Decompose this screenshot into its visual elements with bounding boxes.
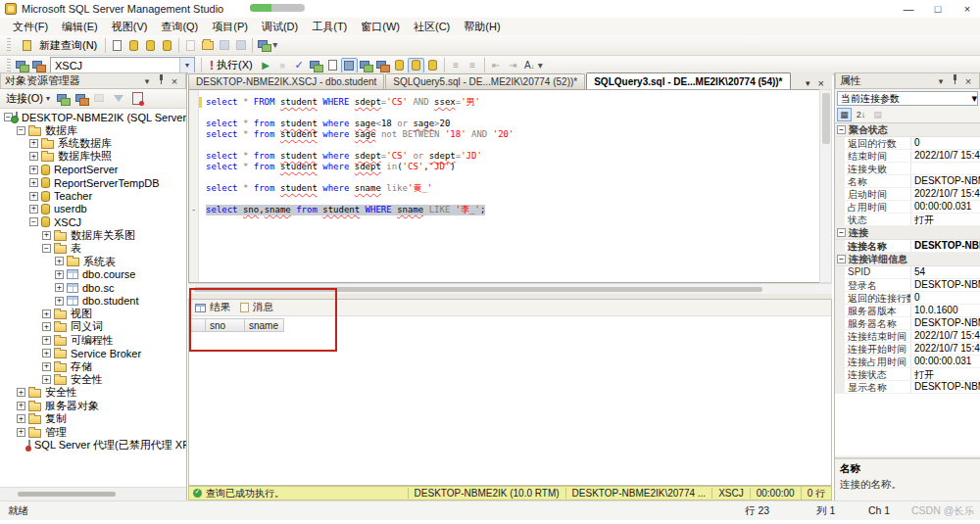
expander-icon[interactable]: + bbox=[42, 362, 51, 371]
property-row[interactable]: 连接状态打开 bbox=[835, 368, 980, 381]
tree-item[interactable]: +Teacher bbox=[0, 189, 186, 202]
expander-icon[interactable]: + bbox=[17, 388, 25, 397]
tree-item[interactable]: +安全性 bbox=[0, 373, 186, 386]
available-databases-combo[interactable]: XSCJ ▾ bbox=[50, 57, 195, 73]
close-document-icon[interactable]: × bbox=[818, 77, 824, 89]
results-column-header[interactable]: sno bbox=[206, 318, 245, 332]
intellisense-icon[interactable]: A↓ bbox=[521, 58, 538, 73]
property-row[interactable]: 服务器名称DESKTOP-NBME2IK bbox=[835, 317, 980, 330]
results-to-file-icon[interactable] bbox=[424, 58, 441, 73]
change-connection-icon[interactable] bbox=[30, 58, 47, 73]
uncomment-lines-icon[interactable]: ≡ bbox=[465, 58, 481, 73]
comment-lines-icon[interactable]: ≡ bbox=[448, 58, 465, 73]
expander-icon[interactable]: + bbox=[29, 152, 38, 161]
filter-icon[interactable] bbox=[111, 91, 127, 107]
property-row[interactable]: 显示名称DESKTOP-NBME2IK bbox=[835, 381, 980, 394]
property-row[interactable]: 服务器版本10.0.1600 bbox=[835, 305, 980, 317]
menu-item[interactable]: 查询(Q) bbox=[154, 18, 205, 35]
expander-icon[interactable]: − bbox=[17, 126, 25, 135]
expander-icon[interactable]: + bbox=[29, 166, 38, 174]
stop-icon[interactable] bbox=[92, 91, 109, 107]
expander-icon[interactable]: + bbox=[55, 270, 64, 279]
increase-indent-icon[interactable]: ⇥ bbox=[505, 58, 521, 73]
expander-icon[interactable]: + bbox=[29, 192, 38, 201]
scrollbar-thumb[interactable] bbox=[194, 287, 762, 292]
tree-item[interactable]: +ReportServerTempDB bbox=[0, 176, 186, 189]
alphabetical-sort-icon[interactable]: 2↓ bbox=[854, 108, 868, 121]
property-row[interactable]: 返回的行数0 bbox=[835, 137, 980, 150]
expander-icon[interactable]: + bbox=[42, 375, 51, 384]
expander-icon[interactable]: + bbox=[55, 283, 64, 292]
menu-item[interactable]: 工具(T) bbox=[305, 18, 354, 35]
collapse-icon[interactable]: − bbox=[837, 125, 846, 134]
expander-icon[interactable]: + bbox=[42, 310, 51, 318]
property-row[interactable]: 状态打开 bbox=[835, 214, 980, 226]
tree-item[interactable]: +dbo.sc bbox=[0, 281, 186, 294]
new-query-button[interactable]: 新建查询(N) bbox=[14, 36, 102, 54]
tree-item[interactable]: +数据库关系图 bbox=[0, 229, 186, 242]
database-engine-query-icon[interactable] bbox=[109, 37, 125, 53]
tree-item[interactable]: −DESKTOP-NBME2IK (SQL Server 10.0.160 bbox=[0, 111, 186, 123]
expander-icon[interactable]: + bbox=[17, 428, 25, 437]
property-pages-icon[interactable]: ▤ bbox=[870, 108, 885, 121]
panel-dropdown-icon[interactable]: ▾ bbox=[934, 76, 948, 86]
expander-icon[interactable]: + bbox=[17, 402, 25, 410]
sql-editor[interactable]: select * FROM student WHERE sdept='CS' A… bbox=[188, 89, 832, 283]
menu-item[interactable]: 文件(F) bbox=[6, 18, 55, 35]
property-row[interactable]: 启动时间2022/10/7 15:43:08 bbox=[835, 188, 980, 201]
property-row[interactable]: 登录名DESKTOP-NBME2IK bbox=[835, 279, 980, 292]
properties-object-combo[interactable]: 当前连接参数 ▾ bbox=[837, 91, 978, 106]
expander-icon[interactable]: + bbox=[42, 231, 51, 240]
toolbar-overflow-icon[interactable]: ▾ bbox=[272, 40, 277, 50]
maximize-button[interactable]: □ bbox=[931, 3, 945, 15]
tree-item[interactable]: −表 bbox=[0, 242, 186, 255]
expander-icon[interactable]: + bbox=[29, 178, 38, 187]
panel-close-icon[interactable]: × bbox=[168, 75, 181, 87]
activity-monitor-icon[interactable] bbox=[256, 37, 272, 53]
open-file-icon[interactable] bbox=[199, 37, 216, 53]
property-row[interactable]: 名称DESKTOP-NBME2IK bbox=[835, 175, 980, 188]
expander-icon[interactable]: + bbox=[17, 414, 25, 423]
results-column-header[interactable]: sname bbox=[245, 318, 284, 332]
tree-item[interactable]: +数据库快照 bbox=[0, 150, 186, 163]
messages-tab[interactable]: 消息 bbox=[240, 301, 273, 314]
cancel-query-icon[interactable]: ■ bbox=[274, 58, 291, 73]
tree-item[interactable]: +可编程性 bbox=[0, 334, 186, 347]
expander-icon[interactable]: + bbox=[55, 257, 64, 265]
expander-icon[interactable]: − bbox=[42, 244, 51, 253]
analysis-services-xmla-query-icon[interactable] bbox=[159, 37, 175, 53]
minimize-button[interactable]: — bbox=[902, 3, 915, 15]
document-tab[interactable]: SQLQuery3.sql - DE...ME2IK\20774 (54))* bbox=[586, 72, 790, 89]
tree-item[interactable]: +系统表 bbox=[0, 255, 186, 267]
specify-template-values-icon[interactable] bbox=[341, 58, 358, 73]
tree-item[interactable]: +userdb bbox=[0, 203, 186, 215]
menu-item[interactable]: 帮助(H) bbox=[457, 18, 507, 35]
expander-icon[interactable]: + bbox=[55, 297, 64, 306]
panel-dropdown-icon[interactable]: ▾ bbox=[140, 76, 154, 86]
property-row[interactable]: 连接结束时间2022/10/7 15:43:08 bbox=[835, 330, 980, 343]
menu-item[interactable]: 编辑(E) bbox=[55, 18, 105, 35]
disconnect-icon[interactable] bbox=[74, 91, 90, 107]
tree-item[interactable]: +视图 bbox=[0, 308, 186, 320]
tree-item[interactable]: +安全性 bbox=[0, 386, 186, 399]
toolbar-overflow-icon[interactable]: ▾ bbox=[538, 61, 543, 71]
menu-item[interactable]: 调试(D) bbox=[255, 18, 305, 35]
display-estimated-plan-icon[interactable] bbox=[308, 58, 324, 73]
property-row[interactable]: 连接失败 bbox=[835, 163, 980, 175]
tree-item[interactable]: +复制 bbox=[0, 412, 186, 425]
editor-vscrollbar[interactable] bbox=[819, 89, 832, 283]
tree-item[interactable]: SQL Server 代理(已禁用代理 XP) bbox=[0, 439, 186, 452]
collapse-icon[interactable]: − bbox=[837, 255, 846, 263]
tree-item[interactable]: +系统数据库 bbox=[0, 137, 186, 150]
analysis-services-mdx-query-icon[interactable] bbox=[125, 37, 142, 53]
connect-query-icon[interactable] bbox=[14, 58, 30, 73]
results-to-grid-icon[interactable] bbox=[408, 58, 424, 73]
close-button[interactable]: × bbox=[960, 3, 974, 15]
include-actual-plan-icon[interactable] bbox=[358, 58, 374, 73]
combo-dropdown-icon[interactable]: ▾ bbox=[971, 92, 977, 105]
expander-icon[interactable]: − bbox=[29, 217, 38, 226]
save-all-icon[interactable] bbox=[232, 37, 249, 53]
script-icon[interactable] bbox=[129, 91, 146, 107]
document-tab[interactable]: DESKTOP-NBME2IK.XSCJ - dbo.student bbox=[188, 73, 384, 89]
property-category[interactable]: −连接详细信息 bbox=[835, 253, 980, 266]
